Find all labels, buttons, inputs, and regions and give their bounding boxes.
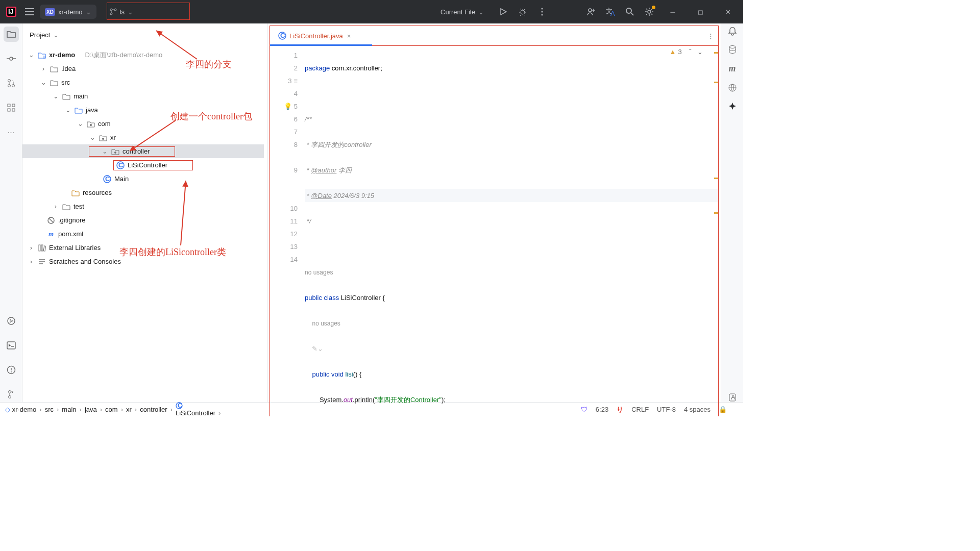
tree-item[interactable]: ›test bbox=[22, 199, 264, 213]
database-icon[interactable] bbox=[728, 45, 737, 54]
maven-icon: m bbox=[47, 230, 55, 238]
tab-more-icon[interactable]: ⋮ bbox=[707, 32, 714, 40]
run-config-chip[interactable]: Current File ⌄ bbox=[435, 5, 489, 19]
tree-item[interactable]: resources bbox=[22, 186, 264, 199]
code-doctag: @author bbox=[311, 166, 336, 174]
svg-text:A: A bbox=[731, 393, 736, 401]
breadcrumb-item[interactable]: java bbox=[85, 406, 102, 413]
stripe-mark-warning[interactable] bbox=[714, 52, 718, 54]
svg-rect-19 bbox=[8, 104, 10, 107]
code-content[interactable]: package com.xr.controller; /** * 李四开发的co… bbox=[303, 46, 718, 416]
tree-item[interactable]: .gitignore bbox=[22, 213, 264, 227]
breadcrumb-item[interactable]: ◇ xr-demo bbox=[5, 406, 42, 413]
left-tool-rail: ⋯ bbox=[0, 23, 22, 402]
stripe-mark-warning[interactable] bbox=[714, 178, 718, 179]
code-string: "李四开发的Controller" bbox=[375, 396, 442, 404]
code-comment: /** bbox=[305, 115, 312, 123]
code-usages[interactable]: no usages bbox=[312, 320, 340, 327]
translate-icon[interactable]: 文A bbox=[605, 7, 616, 17]
gutter: 12 3≡ 4 💡5 678 9 1011121314 bbox=[270, 46, 303, 416]
svg-rect-20 bbox=[12, 104, 15, 107]
structure-tool-icon[interactable] bbox=[4, 100, 19, 115]
svg-rect-24 bbox=[7, 342, 15, 349]
project-tool-icon[interactable] bbox=[4, 27, 19, 42]
pr-tool-icon[interactable] bbox=[4, 76, 19, 91]
svg-text:IJ: IJ bbox=[8, 8, 14, 15]
more-icon[interactable] bbox=[537, 7, 547, 17]
debug-icon[interactable] bbox=[518, 7, 528, 17]
code-editor[interactable]: 12 3≡ 4 💡5 678 9 1011121314 package com.… bbox=[270, 46, 719, 416]
breadcrumb-item[interactable]: com bbox=[105, 406, 123, 413]
svg-point-7 bbox=[541, 8, 543, 9]
minimize-button[interactable]: ─ bbox=[664, 0, 682, 23]
svg-point-9 bbox=[541, 14, 543, 15]
project-tree[interactable]: ⌄xr-demo D:\桌面\zfb-demo\xr-demo ›.idea ⌄… bbox=[22, 46, 267, 402]
code-text: LiSiController { bbox=[339, 294, 385, 302]
tree-item-class[interactable]: CLiSiController bbox=[22, 158, 264, 172]
code-usages[interactable]: no usages bbox=[305, 269, 333, 276]
svg-text:C: C bbox=[178, 402, 183, 409]
tree-item[interactable]: ⌄xr bbox=[22, 131, 264, 144]
bulb-icon[interactable]: 💡 bbox=[284, 100, 292, 113]
tree-item-selected[interactable]: ⌄controller bbox=[22, 144, 264, 158]
tree-label: xr bbox=[110, 134, 116, 141]
project-pane-header[interactable]: Project ⌄ bbox=[22, 23, 267, 46]
tree-item[interactable]: ⌄src bbox=[22, 76, 264, 89]
run-icon[interactable] bbox=[498, 7, 508, 17]
ai-tool-icon[interactable] bbox=[728, 102, 737, 111]
svg-point-16 bbox=[8, 80, 10, 82]
notifications-icon[interactable] bbox=[728, 27, 737, 36]
vcs-tool-icon[interactable] bbox=[4, 387, 19, 402]
tree-label: src bbox=[61, 79, 70, 86]
fold-icon[interactable]: ≡ bbox=[293, 74, 298, 87]
close-icon[interactable]: × bbox=[347, 32, 351, 40]
class-icon: C bbox=[278, 32, 286, 40]
svg-point-10 bbox=[589, 9, 592, 12]
commit-tool-icon[interactable] bbox=[4, 51, 19, 66]
terminal-tool-icon[interactable] bbox=[4, 338, 19, 353]
tree-item[interactable]: ⌄main bbox=[22, 89, 264, 103]
author-hint-icon[interactable]: ✎⌄ bbox=[312, 345, 323, 353]
nav-up-icon[interactable]: ˆ bbox=[689, 48, 691, 56]
collab-icon[interactable] bbox=[586, 7, 596, 17]
svg-point-18 bbox=[12, 85, 14, 87]
code-kw: public void bbox=[312, 370, 343, 378]
project-chip[interactable]: XD xr-demo ⌄ bbox=[40, 5, 96, 19]
svg-point-13 bbox=[626, 8, 631, 13]
svg-text:A: A bbox=[610, 10, 615, 16]
more-tool-icon[interactable]: ⋯ bbox=[4, 124, 19, 140]
breadcrumb-item[interactable]: src bbox=[45, 406, 59, 413]
breadcrumb-item[interactable]: controller bbox=[140, 406, 173, 413]
editor-tab[interactable]: C LiSiController.java × bbox=[274, 26, 355, 46]
nav-down-icon[interactable]: ⌄ bbox=[697, 48, 703, 56]
svg-point-14 bbox=[648, 10, 651, 13]
search-icon[interactable] bbox=[625, 7, 635, 17]
project-pane-title: Project bbox=[30, 31, 50, 39]
svg-point-30 bbox=[90, 124, 92, 126]
web-icon[interactable] bbox=[728, 83, 737, 92]
breadcrumb-item[interactable]: xr bbox=[126, 406, 137, 413]
stripe-mark-warning[interactable] bbox=[714, 82, 718, 83]
reader-mode-icon[interactable]: A bbox=[728, 393, 737, 402]
menu-icon[interactable] bbox=[24, 7, 35, 17]
settings-icon[interactable] bbox=[644, 7, 654, 17]
tree-label: xr-demo bbox=[49, 51, 75, 59]
editor-tabs: C LiSiController.java × ⋮ bbox=[270, 26, 719, 46]
lock-icon[interactable]: 🔒 bbox=[719, 406, 727, 413]
inspection-badge[interactable]: ▲3 ˆ ⌄ bbox=[670, 48, 703, 56]
tree-item-class[interactable]: CMain bbox=[22, 172, 264, 186]
editor-stripe[interactable] bbox=[713, 46, 718, 416]
code-kw: public class bbox=[305, 294, 339, 302]
maximize-button[interactable]: ◻ bbox=[691, 0, 709, 23]
breadcrumb-item[interactable]: C LiSiController bbox=[176, 402, 220, 416]
svg-point-8 bbox=[541, 11, 543, 12]
maven-tool-icon[interactable]: m bbox=[728, 63, 736, 74]
svg-text:C: C bbox=[105, 175, 110, 183]
problems-tool-icon[interactable] bbox=[4, 362, 19, 378]
run-tool-icon[interactable] bbox=[4, 313, 19, 329]
class-icon: C bbox=[116, 161, 125, 169]
stripe-mark-warning[interactable] bbox=[714, 212, 718, 214]
close-button[interactable]: ✕ bbox=[719, 0, 737, 23]
tree-item[interactable]: mpom.xml bbox=[22, 227, 264, 241]
breadcrumb-item[interactable]: main bbox=[62, 406, 82, 413]
